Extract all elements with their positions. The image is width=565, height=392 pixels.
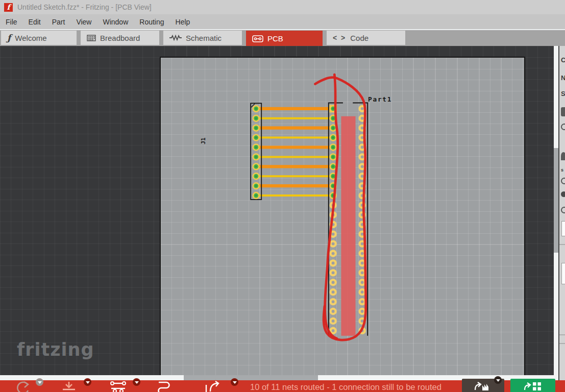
rotate-dropdown[interactable] bbox=[36, 378, 43, 386]
schematic-icon bbox=[169, 34, 182, 41]
menu-routing[interactable]: Routing bbox=[134, 18, 169, 26]
pad-hole bbox=[361, 165, 364, 168]
fab-icon bbox=[473, 381, 494, 392]
window-title: Untitled Sketch.fzz* - Fritzing - [PCB V… bbox=[17, 3, 152, 11]
pad-green-center bbox=[332, 175, 334, 177]
pad-hole bbox=[332, 242, 335, 246]
pad-green-center bbox=[255, 117, 257, 119]
export-production-button[interactable] bbox=[510, 379, 555, 392]
inspector-fragment: s bbox=[561, 167, 563, 173]
title-bar: f Untitled Sketch.fzz* - Fritzing - [PCB… bbox=[0, 0, 565, 14]
tab-code[interactable]: < > Code bbox=[327, 31, 405, 45]
view-tab-bar: ƒ Welcome Breadboard Schematic PCB < > C… bbox=[0, 29, 565, 46]
pad-hole bbox=[361, 117, 364, 120]
inspector-icon bbox=[561, 178, 565, 184]
pad-hole bbox=[332, 310, 335, 313]
export-corner-icon[interactable] bbox=[204, 381, 225, 392]
pad-hole bbox=[332, 271, 335, 274]
pad-green-center bbox=[332, 117, 334, 119]
tab-welcome[interactable]: ƒ Welcome bbox=[1, 31, 77, 45]
pad-hole bbox=[361, 136, 364, 139]
inspector-divider bbox=[559, 244, 565, 245]
pad-hole bbox=[332, 252, 335, 255]
place-via-dropdown[interactable] bbox=[84, 378, 91, 386]
inspector-icon bbox=[561, 152, 565, 160]
pad-green-center bbox=[255, 137, 257, 139]
pad-green-center bbox=[255, 175, 257, 177]
inspector-icon bbox=[561, 207, 565, 213]
inspector-icon bbox=[561, 191, 565, 197]
pad-hole bbox=[332, 300, 335, 303]
tab-breadboard[interactable]: Breadboard bbox=[81, 31, 159, 45]
menu-edit[interactable]: Edit bbox=[23, 18, 46, 26]
route-icon[interactable] bbox=[155, 381, 175, 392]
pad-green-center bbox=[255, 146, 257, 148]
pad-hole bbox=[361, 320, 364, 323]
tab-breadboard-label: Breadboard bbox=[100, 34, 140, 42]
horizontal-scrollbar-thumb[interactable] bbox=[184, 375, 318, 380]
pad-hole bbox=[361, 175, 364, 178]
inspector-field bbox=[561, 221, 565, 236]
tab-code-label: Code bbox=[350, 34, 369, 42]
fritzing-app-icon: f bbox=[4, 3, 13, 12]
pad-green-center bbox=[255, 156, 257, 158]
routing-status-message: 10 of 11 nets routed - 1 connection stil… bbox=[250, 382, 441, 392]
vertical-scrollbar[interactable] bbox=[554, 46, 558, 380]
menu-window[interactable]: Window bbox=[97, 18, 134, 26]
fritzing-watermark: fritzing bbox=[17, 339, 94, 360]
pad-hole bbox=[361, 156, 364, 159]
menu-view[interactable]: View bbox=[70, 18, 97, 26]
pad-green-center bbox=[332, 127, 334, 129]
pad-hole bbox=[332, 329, 335, 332]
pcb-icon bbox=[252, 35, 263, 42]
menu-help[interactable]: Help bbox=[170, 18, 196, 26]
header-j1-label: J1 bbox=[200, 137, 207, 144]
tab-schematic-label: Schematic bbox=[186, 34, 222, 42]
code-icon: < > bbox=[333, 34, 346, 42]
fabricate-dropdown[interactable] bbox=[494, 376, 502, 384]
pad-green-center bbox=[255, 127, 257, 129]
inspector-icon bbox=[561, 107, 565, 116]
inspector-fragment: N bbox=[561, 74, 565, 82]
vertical-scrollbar-thumb[interactable] bbox=[554, 148, 558, 253]
pad-green-center bbox=[332, 185, 334, 187]
pad-hole bbox=[332, 262, 335, 265]
inspector-divider bbox=[559, 334, 565, 335]
pad-hole bbox=[361, 271, 364, 274]
pad-green-center bbox=[255, 108, 257, 110]
pad-green-center bbox=[332, 156, 334, 158]
pad-hole bbox=[332, 281, 335, 284]
pad-hole bbox=[361, 107, 364, 110]
tab-welcome-label: Welcome bbox=[15, 34, 46, 42]
tab-pcb[interactable]: PCB bbox=[246, 31, 323, 46]
pad-hole bbox=[361, 290, 364, 293]
export-corner-dropdown[interactable] bbox=[231, 378, 238, 386]
pcb-canvas[interactable]: Part1J1 fritzing bbox=[0, 46, 554, 375]
pad-green-center bbox=[255, 194, 257, 197]
pad-hole bbox=[361, 242, 364, 246]
autoroute-icon[interactable] bbox=[109, 381, 129, 392]
pad-green-center bbox=[255, 165, 257, 167]
pad-green-center bbox=[332, 165, 334, 167]
fritzing-logo-icon: ƒ bbox=[7, 33, 11, 43]
menu-bar: File Edit Part View Window Routing Help bbox=[0, 14, 565, 29]
pad-hole bbox=[361, 310, 364, 313]
autoroute-dropdown[interactable] bbox=[133, 378, 140, 386]
pad-green-center bbox=[332, 108, 334, 110]
pcb-drawing[interactable]: Part1J1 bbox=[0, 46, 554, 375]
pad-hole bbox=[332, 233, 335, 236]
menu-part[interactable]: Part bbox=[46, 18, 71, 26]
place-via-icon[interactable] bbox=[60, 381, 78, 392]
tab-pcb-label: PCB bbox=[267, 34, 283, 43]
pad-hole bbox=[361, 252, 364, 255]
inspector-panel-edge: C N S s bbox=[558, 46, 565, 380]
inspector-fragment: C bbox=[561, 56, 565, 64]
pad-hole bbox=[361, 300, 364, 303]
unrouted-connection-line[interactable] bbox=[315, 78, 366, 340]
pad-hole bbox=[332, 320, 335, 323]
inspector-icon bbox=[561, 124, 565, 130]
rotate-icon[interactable] bbox=[12, 381, 32, 392]
tab-schematic[interactable]: Schematic bbox=[163, 31, 242, 45]
menu-file[interactable]: File bbox=[0, 18, 23, 26]
pad-hole bbox=[361, 262, 364, 265]
